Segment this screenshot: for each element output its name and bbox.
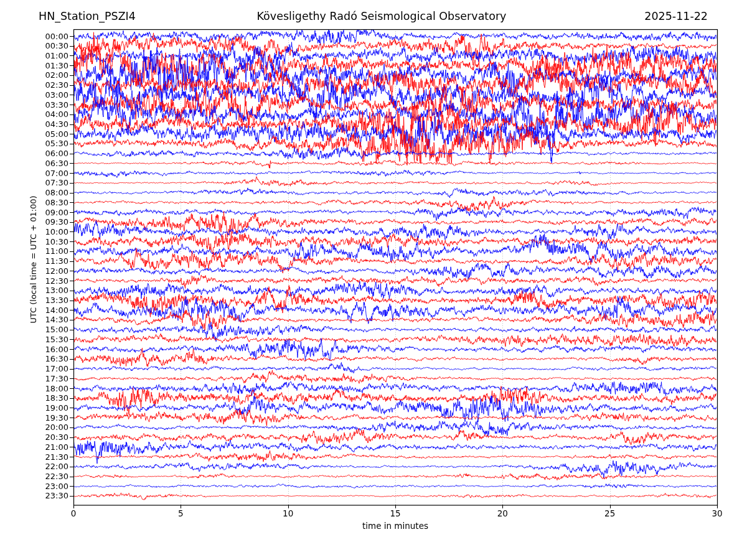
y-tick-label: 21:30	[22, 452, 68, 462]
y-tick-label: 22:30	[22, 472, 68, 481]
helicorder-figure: HN_Station_PSZI4 Kövesligethy Radó Seism…	[0, 0, 747, 560]
x-axis-label: time in minutes	[271, 521, 520, 531]
y-tick-label: 04:00	[22, 110, 68, 119]
y-tick-label: 00:00	[22, 32, 68, 41]
y-tick-label: 16:30	[22, 354, 68, 363]
y-tick-label: 13:30	[22, 296, 68, 305]
y-tick-label: 03:30	[22, 100, 68, 110]
x-tick-label: 0	[55, 508, 92, 518]
y-tick-label: 09:00	[22, 208, 68, 217]
y-tick-label: 04:30	[22, 119, 68, 129]
y-tick-label: 05:00	[22, 129, 68, 139]
y-tick-label: 18:30	[22, 393, 68, 403]
y-tick-label: 21:00	[22, 442, 68, 452]
y-tick-label: 18:00	[22, 384, 68, 393]
date-label: 2025-11-22	[644, 10, 708, 23]
y-tick-label: 12:00	[22, 266, 68, 276]
y-tick-label: 14:00	[22, 306, 68, 315]
y-tick-label: 23:30	[22, 491, 68, 500]
observatory-title: Kövesligethy Radó Seismological Observat…	[8, 10, 747, 23]
x-tick-label: 25	[591, 508, 629, 518]
y-tick-label: 19:00	[22, 403, 68, 413]
y-tick-label: 06:00	[22, 149, 68, 158]
y-tick-label: 12:30	[22, 276, 68, 286]
y-tick-label: 06:30	[22, 159, 68, 168]
y-tick-label: 23:00	[22, 482, 68, 491]
y-tick-label: 16:00	[22, 345, 68, 354]
y-tick-label: 02:30	[22, 80, 68, 90]
x-tick-label: 10	[270, 508, 307, 518]
x-tick-label: 30	[698, 508, 736, 518]
y-tick-label: 00:30	[22, 41, 68, 50]
y-tick-label: 07:00	[22, 169, 68, 178]
y-tick-label: 11:00	[22, 246, 68, 256]
y-tick-label: 02:00	[22, 70, 68, 80]
y-tick-label: 20:00	[22, 422, 68, 432]
y-tick-label: 09:30	[22, 217, 68, 226]
y-tick-label: 08:30	[22, 198, 68, 207]
y-tick-label: 15:00	[22, 325, 68, 334]
y-tick-label: 19:30	[22, 413, 68, 422]
y-tick-label: 10:00	[22, 227, 68, 236]
y-tick-label: 22:00	[22, 462, 68, 471]
seismogram-canvas	[0, 0, 747, 560]
y-tick-label: 05:30	[22, 139, 68, 148]
y-tick-label: 01:30	[22, 61, 68, 70]
y-tick-label: 07:30	[22, 178, 68, 187]
y-tick-label: 08:00	[22, 188, 68, 197]
y-tick-label: 03:00	[22, 90, 68, 100]
y-tick-label: 14:30	[22, 315, 68, 324]
y-tick-label: 11:30	[22, 256, 68, 266]
y-tick-label: 17:00	[22, 364, 68, 373]
y-tick-label: 10:30	[22, 237, 68, 246]
x-tick-label: 5	[162, 508, 199, 518]
x-tick-label: 20	[484, 508, 521, 518]
y-tick-label: 17:30	[22, 374, 68, 383]
y-tick-label: 13:00	[22, 286, 68, 295]
y-tick-label: 20:30	[22, 432, 68, 442]
x-tick-label: 15	[377, 508, 414, 518]
y-tick-label: 01:00	[22, 51, 68, 60]
y-tick-label: 15:30	[22, 335, 68, 344]
